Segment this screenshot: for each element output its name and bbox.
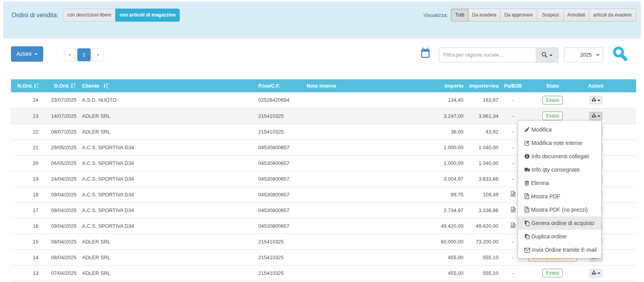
svg-text:1: 1	[74, 86, 75, 88]
svg-text:9: 9	[37, 83, 38, 86]
svg-text:1: 1	[37, 86, 38, 88]
svg-text:A: A	[106, 83, 108, 86]
svg-text:9: 9	[74, 83, 75, 86]
svg-text:Z: Z	[106, 86, 108, 88]
